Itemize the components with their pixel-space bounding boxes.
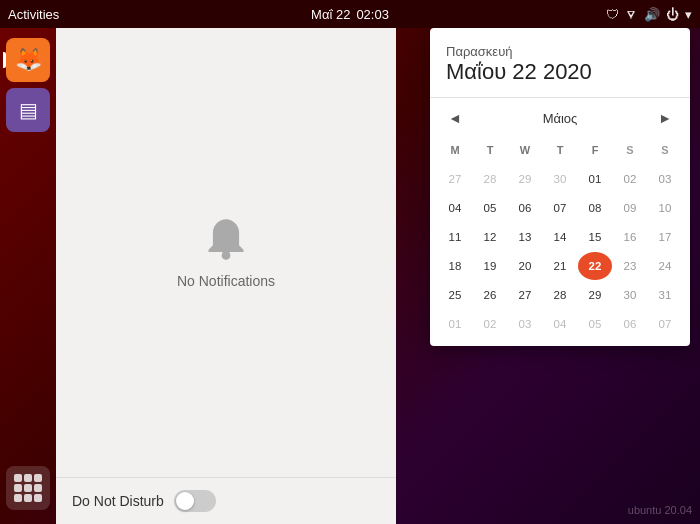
cal-day-cell[interactable]: 29 [508, 165, 542, 193]
activities-button[interactable]: Activities [8, 7, 59, 22]
notification-panel: No Notifications Do Not Disturb [56, 28, 396, 524]
cal-day-cell[interactable]: 23 [613, 252, 647, 280]
notification-footer: Do Not Disturb [56, 477, 396, 524]
network-icon[interactable]: ⛛ [625, 7, 638, 22]
svg-point-0 [222, 251, 231, 260]
grid-dot [34, 474, 42, 482]
cal-day-cell[interactable]: 10 [648, 194, 682, 222]
cal-day-cell[interactable]: 30 [613, 281, 647, 309]
cal-day-cell[interactable]: 26 [473, 281, 507, 309]
dock-icon-firefox[interactable]: 🦊 [6, 38, 50, 82]
dock: 🦊 ▤ [0, 28, 56, 524]
cal-day-cell[interactable]: 19 [473, 252, 507, 280]
topbar-date[interactable]: Μαΐ 22 [311, 7, 350, 22]
bell-icon-container [202, 217, 250, 265]
cal-header-cell: F [578, 136, 612, 164]
grid-dot [24, 484, 32, 492]
cal-day-cell[interactable]: 01 [578, 165, 612, 193]
cal-day-cell[interactable]: 28 [543, 281, 577, 309]
cal-day-cell[interactable]: 31 [648, 281, 682, 309]
topbar-left: Activities [8, 7, 59, 22]
grid-dot [14, 494, 22, 502]
topbar-right: 🛡 ⛛ 🔊 ⏻ ▾ [606, 7, 692, 22]
cal-header-cell: S [613, 136, 647, 164]
cal-header-cell: M [438, 136, 472, 164]
cal-day-cell[interactable]: 07 [648, 310, 682, 338]
apps-grid-icon [14, 474, 42, 502]
cal-day-cell[interactable]: 04 [438, 194, 472, 222]
calendar-body: ◄ Μάιος ► MTWTFSS27282930010203040506070… [430, 98, 690, 346]
calendar-nav: ◄ Μάιος ► [438, 106, 682, 130]
cal-day-cell[interactable]: 18 [438, 252, 472, 280]
cal-day-cell[interactable]: 21 [543, 252, 577, 280]
notification-content: No Notifications [56, 28, 396, 477]
cal-day-cell[interactable]: 03 [508, 310, 542, 338]
cal-day-cell[interactable]: 15 [578, 223, 612, 251]
cal-header-cell: W [508, 136, 542, 164]
cal-day-cell[interactable]: 02 [473, 310, 507, 338]
no-notifications-text: No Notifications [177, 273, 275, 289]
grid-dot [24, 494, 32, 502]
grid-dot [34, 494, 42, 502]
desktop: 🦊 ▤ [0, 28, 700, 524]
cal-day-cell[interactable]: 24 [648, 252, 682, 280]
cal-day-cell[interactable]: 27 [438, 165, 472, 193]
calendar-next-button[interactable]: ► [652, 106, 678, 130]
cal-day-cell[interactable]: 14 [543, 223, 577, 251]
cal-day-cell[interactable]: 17 [648, 223, 682, 251]
volume-icon[interactable]: 🔊 [644, 7, 660, 22]
cal-day-cell[interactable]: 30 [543, 165, 577, 193]
cal-day-cell[interactable]: 13 [508, 223, 542, 251]
show-applications-button[interactable] [6, 466, 50, 510]
cal-day-cell[interactable]: 05 [473, 194, 507, 222]
topbar-center: Μαΐ 22 02:03 [311, 7, 389, 22]
cal-day-cell[interactable]: 01 [438, 310, 472, 338]
dock-icon-app2[interactable]: ▤ [6, 88, 50, 132]
arrow-down-icon[interactable]: ▾ [685, 7, 692, 22]
calendar-panel: Παρασκευή Μαΐου 22 2020 ◄ Μάιος ► MTWTFS… [430, 28, 690, 346]
grid-dot [34, 484, 42, 492]
cal-day-cell[interactable]: 11 [438, 223, 472, 251]
toggle-knob [176, 492, 194, 510]
cal-header-cell: T [543, 136, 577, 164]
cal-day-cell[interactable]: 02 [613, 165, 647, 193]
do-not-disturb-toggle[interactable] [174, 490, 216, 512]
cal-day-cell[interactable]: 04 [543, 310, 577, 338]
firefox-icon: 🦊 [15, 47, 42, 73]
topbar-time[interactable]: 02:03 [356, 7, 389, 22]
calendar-grid: MTWTFSS272829300102030405060708091011121… [438, 136, 682, 338]
grid-dot [14, 474, 22, 482]
cal-day-cell[interactable]: 29 [578, 281, 612, 309]
cal-day-cell[interactable]: 12 [473, 223, 507, 251]
cal-day-cell[interactable]: 05 [578, 310, 612, 338]
ubuntu-logo: ubuntu 20.04 [628, 504, 692, 516]
calendar-day-name: Παρασκευή [446, 44, 674, 59]
topbar: Activities Μαΐ 22 02:03 🛡 ⛛ 🔊 ⏻ ▾ [0, 0, 700, 28]
calendar-prev-button[interactable]: ◄ [442, 106, 468, 130]
calendar-header: Παρασκευή Μαΐου 22 2020 [430, 28, 690, 98]
dock-indicator [3, 52, 6, 68]
grid-dot [14, 484, 22, 492]
cal-day-cell[interactable]: 27 [508, 281, 542, 309]
cal-header-cell: S [648, 136, 682, 164]
power-icon[interactable]: ⏻ [666, 7, 679, 22]
app2-icon: ▤ [19, 98, 38, 122]
cal-day-cell[interactable]: 06 [508, 194, 542, 222]
cal-day-cell[interactable]: 25 [438, 281, 472, 309]
do-not-disturb-label: Do Not Disturb [72, 493, 164, 509]
cal-day-cell[interactable]: 09 [613, 194, 647, 222]
cal-day-cell[interactable]: 22 [578, 252, 612, 280]
cal-day-cell[interactable]: 16 [613, 223, 647, 251]
cal-day-cell[interactable]: 20 [508, 252, 542, 280]
cal-day-cell[interactable]: 08 [578, 194, 612, 222]
cal-day-cell[interactable]: 06 [613, 310, 647, 338]
grid-dot [24, 474, 32, 482]
cal-day-cell[interactable]: 03 [648, 165, 682, 193]
calendar-month-label: Μάιος [543, 111, 578, 126]
cal-day-cell[interactable]: 07 [543, 194, 577, 222]
shield-icon[interactable]: 🛡 [606, 7, 619, 22]
cal-day-cell[interactable]: 28 [473, 165, 507, 193]
bell-icon [202, 217, 250, 265]
calendar-full-date: Μαΐου 22 2020 [446, 59, 674, 85]
cal-header-cell: T [473, 136, 507, 164]
